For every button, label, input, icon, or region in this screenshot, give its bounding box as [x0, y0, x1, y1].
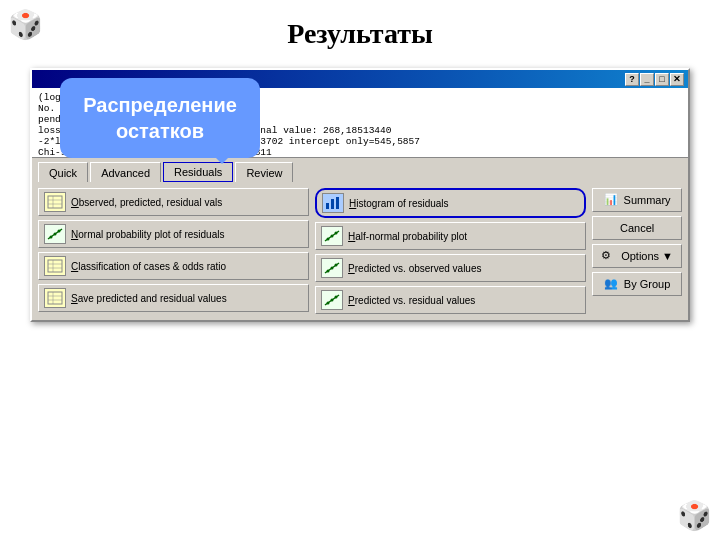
- summary-icon: 📊: [604, 193, 620, 207]
- svg-point-5: [50, 236, 53, 239]
- right-btn-histogram-of-residua[interactable]: Histogram of residuals: [315, 188, 586, 218]
- dice-icon-bottom: 🎲: [677, 499, 712, 532]
- side-btn-summary[interactable]: 📊Summary: [592, 188, 682, 212]
- left-btn-observed,-predicted,[interactable]: Observed, predicted, residual vals: [38, 188, 309, 216]
- by-group-icon: 👥: [604, 277, 620, 291]
- svg-point-21: [331, 235, 334, 238]
- tab-review[interactable]: Review: [235, 162, 293, 182]
- svg-point-26: [335, 264, 338, 267]
- side-buttons-panel: 📊SummaryCancel⚙Options ▼👥By Group: [592, 188, 682, 314]
- svg-point-22: [335, 232, 338, 235]
- svg-point-29: [331, 299, 334, 302]
- tabs-area: QuickAdvancedResidualsReview: [32, 158, 688, 182]
- right-btn-half-normal-probabil[interactable]: Half-normal probability plot: [315, 222, 586, 250]
- close-button[interactable]: ✕: [670, 73, 684, 86]
- right-btn-predicted-vs.-residu[interactable]: Predicted vs. residual values: [315, 286, 586, 314]
- side-btn-cancel[interactable]: Cancel: [592, 216, 682, 240]
- svg-point-30: [335, 296, 338, 299]
- title-buttons: ? _ □ ✕: [625, 73, 684, 86]
- svg-point-25: [331, 267, 334, 270]
- svg-point-7: [58, 230, 61, 233]
- minimize-button[interactable]: _: [640, 73, 654, 86]
- left-btn-normal-probability-p[interactable]: Normal probability plot of residuals: [38, 220, 309, 248]
- right-btn-predicted-vs.-observ[interactable]: Predicted vs. observed values: [315, 254, 586, 282]
- svg-rect-17: [331, 199, 334, 209]
- left-buttons-panel: Observed, predicted, residual valsNormal…: [38, 188, 309, 314]
- help-button[interactable]: ?: [625, 73, 639, 86]
- left-btn-classification-of-ca[interactable]: Classification of cases & odds ratio: [38, 252, 309, 280]
- main-area: Распределение остатков ? _ □ ✕ (logit) N…: [30, 68, 690, 322]
- svg-rect-12: [48, 292, 62, 304]
- side-btn-bygroup[interactable]: 👥By Group: [592, 272, 682, 296]
- svg-point-20: [327, 238, 330, 241]
- left-btn-save-predicted-and-r[interactable]: Save predicted and residual values: [38, 284, 309, 312]
- svg-point-6: [54, 233, 57, 236]
- side-btn-options[interactable]: ⚙Options ▼: [592, 244, 682, 268]
- maximize-button[interactable]: □: [655, 73, 669, 86]
- dialog-content: Observed, predicted, residual valsNormal…: [32, 182, 688, 320]
- svg-rect-0: [48, 196, 62, 208]
- tab-quick[interactable]: Quick: [38, 162, 88, 182]
- page-title: Результаты: [0, 0, 720, 60]
- svg-point-24: [327, 270, 330, 273]
- dice-icon-top: 🎲: [8, 8, 43, 41]
- callout-bubble: Распределение остатков: [60, 78, 260, 158]
- tab-advanced[interactable]: Advanced: [90, 162, 161, 182]
- svg-rect-8: [48, 260, 62, 272]
- right-buttons-panel: Histogram of residualsHalf-normal probab…: [315, 188, 586, 314]
- svg-point-28: [327, 302, 330, 305]
- svg-rect-18: [336, 197, 339, 209]
- svg-rect-16: [326, 203, 329, 209]
- options-▼-icon: ⚙: [601, 249, 617, 263]
